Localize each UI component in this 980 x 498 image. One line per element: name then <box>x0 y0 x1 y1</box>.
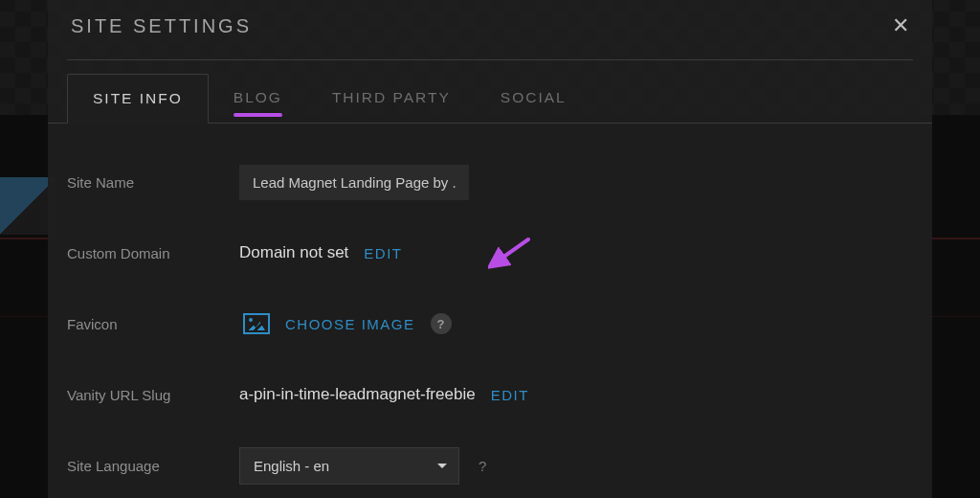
tab-social[interactable]: SOCIAL <box>476 74 591 123</box>
row-favicon: Favicon CHOOSE IMAGE ? <box>67 300 913 348</box>
vanity-url-edit-button[interactable]: EDIT <box>487 387 533 403</box>
tab-label: SOCIAL <box>501 89 567 105</box>
close-icon: ✕ <box>892 13 909 37</box>
row-vanity-url: Vanity URL Slug a-pin-in-time-leadmagnet… <box>67 371 913 419</box>
annotation-underline <box>234 113 282 117</box>
settings-modal: SITE SETTINGS ✕ SITE INFO BLOG THIRD PAR… <box>48 0 932 498</box>
choose-image-button[interactable]: CHOOSE IMAGE <box>239 313 419 334</box>
custom-domain-edit-button[interactable]: EDIT <box>360 245 406 261</box>
site-name-label: Site Name <box>67 174 239 191</box>
modal-header: SITE SETTINGS ✕ <box>48 0 932 59</box>
favicon-label: Favicon <box>67 316 239 332</box>
vanity-url-value: a-pin-in-time-leadmagnet-freebie <box>239 385 476 404</box>
modal-title: SITE SETTINGS <box>71 15 252 37</box>
modal-body: Site Name Custom Domain Domain not set E… <box>48 124 932 489</box>
row-site-name: Site Name <box>67 158 913 206</box>
tab-blog[interactable]: BLOG <box>209 74 307 123</box>
tab-site-info[interactable]: SITE INFO <box>67 74 209 124</box>
close-button[interactable]: ✕ <box>892 13 909 38</box>
custom-domain-label: Custom Domain <box>67 245 239 261</box>
tabs: SITE INFO BLOG THIRD PARTY SOCIAL <box>48 60 932 124</box>
site-language-select[interactable]: English - en <box>239 447 459 485</box>
language-help-button[interactable]: ? <box>479 458 486 474</box>
row-custom-domain: Custom Domain Domain not set EDIT <box>67 229 913 277</box>
site-language-label: Site Language <box>67 458 239 474</box>
tab-label: BLOG <box>234 89 282 105</box>
choose-image-label: CHOOSE IMAGE <box>285 316 415 332</box>
site-name-input[interactable] <box>239 165 469 200</box>
image-icon <box>243 313 270 334</box>
tab-label: SITE INFO <box>93 90 183 106</box>
favicon-help-button[interactable]: ? <box>431 313 452 334</box>
tab-label: THIRD PARTY <box>332 89 451 105</box>
tab-third-party[interactable]: THIRD PARTY <box>307 74 476 123</box>
vanity-url-label: Vanity URL Slug <box>67 387 239 403</box>
row-site-language: Site Language English - en ? <box>67 441 913 489</box>
custom-domain-status: Domain not set <box>239 243 348 262</box>
